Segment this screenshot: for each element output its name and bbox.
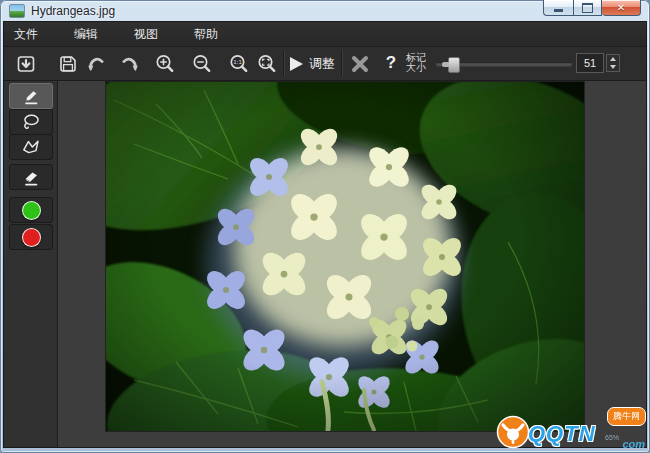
menubar: 文件 编辑 视图 帮助 [4, 22, 646, 47]
close-button[interactable]: ✕ [602, 0, 641, 16]
lasso-icon [20, 111, 42, 133]
tool-sidebar [4, 81, 58, 447]
photo-hydrangeas[interactable] [106, 82, 584, 431]
toolbar-separator [283, 51, 285, 76]
marker-size-label-line2: 大小 [406, 63, 426, 73]
zoom-fit-button[interactable] [255, 52, 279, 76]
tool-red-mark[interactable] [9, 224, 53, 250]
menu-item-help[interactable]: 帮助 [194, 26, 254, 43]
spinner-arrows [606, 54, 620, 72]
menu-item-edit[interactable]: 编辑 [74, 26, 134, 43]
zoom-actual-button[interactable]: 1:1 [227, 52, 251, 76]
app-content: 文件 编辑 视图 帮助 [3, 21, 647, 448]
eraser-icon [20, 166, 42, 188]
marker-size-spinner: 51 [576, 53, 620, 73]
help-icon: ? [386, 53, 396, 73]
watermark-badge: 腾牛网 [607, 407, 646, 426]
canvas-area[interactable] [58, 81, 646, 447]
minimize-button[interactable] [543, 0, 573, 16]
tool-eraser[interactable] [9, 164, 53, 190]
red-dot-icon [22, 228, 41, 247]
slider-handle[interactable] [448, 57, 460, 73]
menu-item-view[interactable]: 视图 [134, 26, 194, 43]
marker-size-label: 标记 大小 [406, 53, 426, 73]
undo-button[interactable] [84, 52, 108, 76]
bull-logo-icon [496, 415, 530, 449]
green-dot-icon [22, 201, 41, 220]
titlebar[interactable]: Hydrangeas.jpg ✕ [0, 0, 650, 21]
maximize-button[interactable] [573, 0, 602, 16]
help-button[interactable]: ? [381, 50, 401, 76]
polygon-lasso-icon [20, 136, 42, 158]
minimize-icon [554, 9, 563, 12]
redo-button[interactable] [118, 52, 142, 76]
zoom-out-button[interactable] [190, 52, 214, 76]
zoom-in-button[interactable] [153, 52, 177, 76]
tool-lasso[interactable] [9, 109, 53, 135]
zoom-in-icon [154, 53, 176, 75]
zoom-actual-label: 1:1 [233, 59, 242, 65]
adjust-label: 调整 [309, 55, 335, 73]
clear-x-icon [350, 54, 370, 74]
open-icon [15, 53, 37, 75]
save-icon [57, 53, 79, 75]
toolbar-separator [341, 51, 343, 76]
maximize-icon [582, 3, 593, 13]
spinner-down-icon[interactable] [607, 63, 619, 71]
tool-marker[interactable] [9, 83, 53, 109]
zoom-out-icon [191, 53, 213, 75]
zoom-actual-icon: 1:1 [228, 53, 250, 75]
undo-icon [85, 53, 107, 75]
image-file-icon [9, 4, 25, 18]
menu-item-file[interactable]: 文件 [14, 26, 74, 43]
toolbar: 1:1 调整 [4, 47, 646, 81]
tool-polygon-lasso[interactable] [9, 134, 53, 160]
play-icon [289, 56, 304, 72]
spinner-up-icon[interactable] [607, 55, 619, 63]
redo-icon [119, 53, 141, 75]
marker-icon [20, 85, 42, 107]
window-controls: ✕ [543, 0, 641, 16]
app-window: Hydrangeas.jpg ✕ 文件 编辑 视图 帮助 [0, 0, 650, 453]
adjust-button[interactable]: 调整 [289, 52, 335, 76]
main-area [4, 81, 646, 447]
tool-green-mark[interactable] [9, 197, 53, 223]
zoom-fit-icon [256, 53, 278, 75]
clear-button[interactable] [348, 52, 372, 76]
open-button[interactable] [14, 52, 38, 76]
marker-size-slider[interactable] [436, 55, 572, 73]
watermark-percent: 65% [605, 434, 619, 441]
watermark: QQTN 腾牛网 65% com [496, 405, 648, 451]
window-title: Hydrangeas.jpg [31, 4, 115, 18]
close-icon: ✕ [617, 1, 625, 14]
marker-size-value[interactable]: 51 [576, 53, 604, 73]
watermark-domain: com [622, 438, 645, 450]
watermark-brand: QQTN [528, 421, 596, 447]
save-button[interactable] [56, 52, 80, 76]
